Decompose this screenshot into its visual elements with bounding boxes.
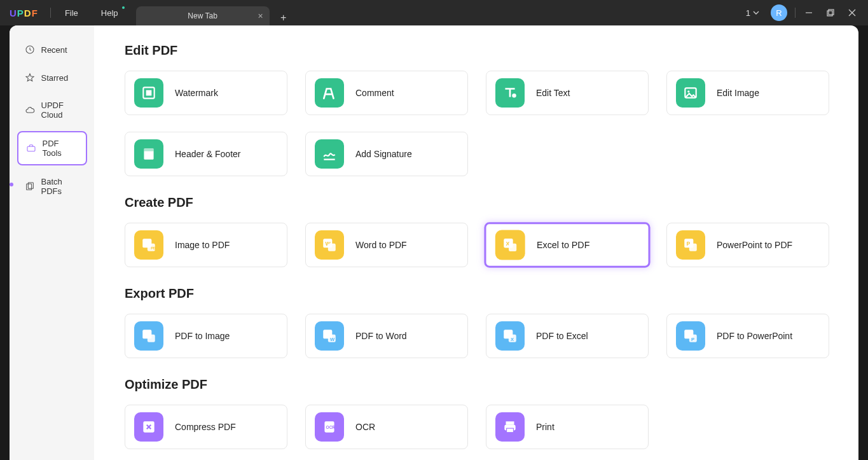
close-icon[interactable]: × [258, 11, 263, 21]
toolbox-icon [26, 143, 36, 153]
maximize-button[interactable] [820, 0, 841, 25]
card-comment[interactable]: Comment [305, 71, 468, 115]
card-label: PDF to Word [355, 331, 407, 341]
pdf-to-word-icon: W [315, 321, 344, 351]
svg-rect-22 [328, 244, 336, 251]
signature-icon [315, 139, 344, 169]
star-icon [25, 73, 35, 83]
workspace: Recent Starred UPDF Cloud PDF Tools Batc… [10, 25, 858, 460]
excel-to-pdf-icon: X [495, 230, 525, 260]
edit-image-icon [676, 78, 705, 108]
app-logo: UPDF [0, 8, 48, 18]
watermark-icon [134, 78, 163, 108]
svg-text:OCR: OCR [326, 425, 336, 429]
active-indicator-icon [10, 183, 13, 186]
svg-text:X: X [511, 337, 514, 342]
content: Edit PDF Watermark Comment Edit Text Edi… [94, 25, 858, 460]
ppt-to-pdf-icon: P [676, 230, 705, 260]
svg-rect-28 [689, 244, 697, 251]
svg-point-13 [687, 90, 689, 92]
card-ocr[interactable]: OCR OCR [305, 405, 468, 449]
card-label: Print [536, 422, 555, 432]
svg-rect-2 [829, 10, 834, 15]
compress-icon [134, 412, 163, 442]
svg-rect-45 [507, 428, 514, 433]
card-label: Comment [355, 88, 394, 98]
image-to-pdf-icon: PDF [134, 230, 163, 260]
sidebar-item-label: Recent [41, 45, 67, 55]
card-edit-image[interactable]: Edit Image [666, 71, 829, 115]
svg-text:P: P [691, 337, 694, 342]
sidebar-item-cloud[interactable]: UPDF Cloud [17, 94, 87, 126]
titlebar: UPDF File Help New Tab × + 1 R [0, 0, 868, 25]
sidebar-item-batch[interactable]: Batch PDFs [17, 171, 87, 202]
header-footer-icon [134, 139, 163, 169]
card-pdf-to-image[interactable]: PDF to Image [125, 314, 287, 358]
card-pdf-to-word[interactable]: W PDF to Word [305, 314, 468, 358]
separator [50, 8, 51, 18]
card-header-footer[interactable]: Header & Footer [125, 132, 287, 176]
section-title-optimize: Optimize PDF [125, 377, 828, 392]
card-label: Watermark [175, 88, 218, 98]
window-controls [798, 0, 863, 25]
svg-point-11 [512, 94, 516, 98]
account-count-dropdown[interactable]: 1 [740, 8, 766, 18]
clock-icon [25, 45, 35, 55]
sidebar-item-label: UPDF Cloud [41, 101, 79, 120]
svg-rect-43 [506, 421, 514, 424]
svg-rect-30 [148, 335, 155, 342]
chevron-down-icon [753, 10, 759, 16]
card-edit-text[interactable]: Edit Text [486, 71, 649, 115]
sidebar-item-label: Starred [41, 73, 69, 83]
sidebar: Recent Starred UPDF Cloud PDF Tools Batc… [10, 25, 94, 460]
card-label: PowerPoint to PDF [717, 240, 792, 250]
svg-rect-6 [27, 146, 35, 151]
card-label: PDF to Image [175, 331, 230, 341]
card-excel-to-pdf[interactable]: X Excel to PDF [484, 222, 650, 267]
tab-label: New Tab [188, 11, 217, 20]
close-button[interactable] [841, 0, 863, 25]
card-label: Add Signature [355, 149, 412, 159]
menu-help[interactable]: Help [90, 0, 130, 25]
svg-rect-15 [144, 148, 153, 151]
card-label: OCR [355, 422, 375, 432]
card-label: Image to PDF [175, 240, 230, 250]
comment-icon [315, 78, 344, 108]
card-label: PDF to PowerPoint [717, 331, 792, 341]
pdf-to-image-icon [134, 321, 163, 351]
section-title-export: Export PDF [125, 286, 828, 301]
card-label: Edit Text [536, 88, 570, 98]
card-print[interactable]: Print [486, 405, 649, 449]
menu-help-label: Help [101, 8, 118, 18]
card-word-to-pdf[interactable]: W Word to PDF [305, 223, 468, 267]
svg-rect-7 [26, 184, 31, 190]
card-watermark[interactable]: Watermark [125, 71, 287, 115]
card-image-to-pdf[interactable]: PDF Image to PDF [125, 223, 287, 267]
svg-rect-1 [827, 11, 832, 16]
card-signature[interactable]: Add Signature [305, 132, 468, 176]
card-compress[interactable]: Compress PDF [125, 405, 287, 449]
new-tab-button[interactable]: + [276, 10, 291, 25]
sidebar-item-starred[interactable]: Starred [17, 66, 87, 89]
sidebar-item-pdf-tools[interactable]: PDF Tools [17, 131, 87, 165]
pdf-to-excel-icon: X [495, 321, 525, 351]
avatar[interactable]: R [771, 4, 787, 21]
minimize-button[interactable] [798, 0, 820, 25]
svg-text:PDF: PDF [151, 246, 157, 250]
card-label: Edit Image [717, 88, 759, 98]
sidebar-item-recent[interactable]: Recent [17, 38, 87, 61]
card-pdf-to-ppt[interactable]: P PDF to PowerPoint [666, 314, 829, 358]
tab-new[interactable]: New Tab × [136, 6, 270, 25]
tabs-container: New Tab × + [136, 0, 291, 25]
notification-dot-icon [122, 6, 125, 9]
sidebar-item-label: PDF Tools [43, 139, 78, 158]
card-label: Word to PDF [355, 240, 407, 250]
section-title-edit: Edit PDF [125, 43, 828, 58]
sidebar-item-label: Batch PDFs [41, 177, 79, 196]
card-ppt-to-pdf[interactable]: P PowerPoint to PDF [666, 223, 829, 267]
separator [795, 8, 796, 18]
pdf-to-ppt-icon: P [676, 321, 705, 351]
card-pdf-to-excel[interactable]: X PDF to Excel [486, 314, 649, 358]
menu-file[interactable]: File [53, 0, 90, 25]
batch-icon [25, 181, 35, 192]
